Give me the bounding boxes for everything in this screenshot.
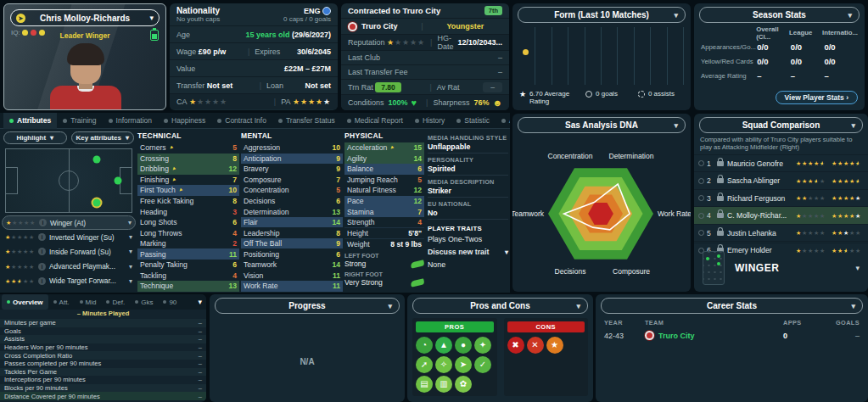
- profile-tab[interactable]: Medical Report: [341, 113, 409, 129]
- pro-icon: ●: [455, 337, 472, 354]
- right-foot-label: RIGHT FOOT: [344, 271, 424, 278]
- profile-tab[interactable]: Training: [57, 113, 102, 129]
- stat-row: Tackles Per Game –: [0, 368, 206, 377]
- profile-tab[interactable]: Analysis: [496, 113, 510, 129]
- club-name[interactable]: Truro City: [361, 22, 398, 31]
- tab-dot-icon: [164, 119, 168, 123]
- season-stats-row: Average Rating – – –: [701, 69, 858, 83]
- view-player-stats-button[interactable]: View Player Stats ›: [776, 91, 858, 104]
- overview-tab[interactable]: 90: [158, 294, 182, 310]
- profile-tab[interactable]: Transfer Status: [272, 113, 341, 129]
- hg-date-label: HG-Date: [437, 34, 457, 51]
- overview-tab[interactable]: Overview: [2, 294, 48, 310]
- role-suitability-row[interactable]: ★★★★★ i Inverted Winger (Su) ▾: [2, 230, 136, 244]
- progress-dropdown[interactable]: Progress ▾: [215, 298, 400, 314]
- profile-tab[interactable]: Happiness: [158, 113, 211, 129]
- dna-dropdown[interactable]: Sas Analysis DNA ▾: [518, 117, 686, 133]
- career-row[interactable]: 42-43 Truro City 0 –: [596, 328, 868, 343]
- attribute-row: Long Shots ▼ 6: [137, 217, 239, 228]
- position-dot: [114, 177, 121, 185]
- attribute-row: Heading ▼ 3: [137, 206, 239, 217]
- profile-tab[interactable]: Information: [103, 113, 159, 129]
- highlight-dropdown[interactable]: Highlight▾: [3, 131, 67, 144]
- age-row: Age 15 years old (29/6/2027): [170, 25, 338, 42]
- lock-icon: [717, 231, 724, 236]
- dna-radar-chart: Work RateDeterminationConcentrationTeamw…: [512, 136, 691, 290]
- role-suitability-row[interactable]: ★★★★★ i Winger (At) ▾: [2, 215, 136, 230]
- chevron-down-icon[interactable]: ▾: [198, 298, 202, 306]
- tab-dot-icon: [347, 119, 351, 123]
- reputation-row: Reputation ★★★★★ | HG-Date 12/10/2043...: [341, 34, 509, 50]
- role-suitability-row[interactable]: ★★★★★ i Advanced Playmak... ▾: [2, 260, 136, 274]
- goals-count: 0 goals: [596, 90, 618, 98]
- overview-tab[interactable]: Att.: [48, 294, 75, 310]
- squad-comparison-dropdown[interactable]: Squad Comparison ▾: [699, 117, 863, 133]
- squad-player-row[interactable]: 1 Mauricio Genofre ★★★★★★ ★★★★★★: [694, 154, 868, 172]
- last-fee-label: Last Transfer Fee: [348, 68, 408, 76]
- pros-column: PROS ◔ ▲ ● ✦ ➚ ✧ ➤: [412, 318, 497, 396]
- role-stars: ★★★★★★: [5, 278, 35, 284]
- chevron-down-icon: ▾: [505, 248, 508, 256]
- select-circle[interactable]: [698, 178, 704, 184]
- role-stars: ★★★★★: [6, 220, 36, 226]
- key-attributes-dropdown[interactable]: Key attributes▾: [71, 131, 135, 144]
- attribute-row: Marking ▼ 2: [137, 238, 239, 249]
- attribute-row: Pace ▼ 12: [344, 196, 424, 207]
- attribute-row: Decisions ▼ 6: [241, 196, 343, 207]
- player-traits-header: PLAYER TRAITS: [428, 225, 508, 232]
- attribute-row: Strength ▼ 4: [344, 217, 424, 228]
- profile-tab[interactable]: Attributes: [3, 113, 57, 129]
- media-section: MEDIA HANDLING STYLE Unflappable: [428, 134, 508, 154]
- squad-player-row[interactable]: 4 C. Molloy-Richar... ★★★★★ ★★★★★: [694, 206, 868, 224]
- change-arrow-icon: ▼: [171, 165, 177, 172]
- squad-player-row[interactable]: 5 Justin Lehanka ★★★★★ ★★★★★: [694, 224, 868, 242]
- av-rat-label: Av Rat: [437, 83, 460, 92]
- select-circle[interactable]: [698, 160, 704, 166]
- pros-cons-dropdown[interactable]: Pros and Cons ▾: [412, 298, 588, 314]
- profile-tab[interactable]: Statistic: [451, 113, 496, 129]
- player-name-dropdown[interactable]: ➤ Chris Molloy-Richards ▾: [10, 9, 160, 26]
- chevron-down-icon: ▾: [129, 277, 132, 285]
- select-circle[interactable]: [698, 213, 704, 219]
- stat-row: Headers Won per 90 minutes –: [0, 343, 206, 352]
- career-stats-dropdown[interactable]: Career Stats ▾: [601, 298, 863, 314]
- select-circle[interactable]: [698, 195, 704, 201]
- attribute-row: Natural Fitness ▼ 12: [344, 185, 424, 196]
- profile-tab[interactable]: History: [409, 113, 451, 129]
- attribute-row: Composure ▼ 7: [241, 175, 343, 186]
- current-ability-stars: ★★★★★: [796, 230, 832, 236]
- attribute-row: Technique ▼ 13: [137, 281, 239, 292]
- role-selector[interactable]: WINGER ▾: [694, 243, 868, 292]
- potential-ability-stars: ★★★★★: [832, 213, 864, 219]
- pa-stars: ★★★★★: [293, 98, 331, 106]
- lock-icon: [717, 178, 724, 183]
- select-circle[interactable]: [698, 230, 704, 236]
- squad-player-row[interactable]: 3 Richard Ferguson ★★★★★ ★★★★★: [694, 189, 868, 207]
- value-row: Value £22M – £27M: [170, 59, 338, 76]
- tab-dot-icon: [106, 300, 109, 304]
- season-stats-dropdown[interactable]: Season Stats ▾: [699, 7, 860, 23]
- form-dropdown[interactable]: Form (Last 10 Matches) ▾: [518, 7, 686, 23]
- svg-text:Decisions: Decisions: [555, 267, 586, 276]
- heart-icon: ♥: [412, 98, 417, 108]
- attribute-row: Stamina ▼ 7: [344, 206, 424, 217]
- discuss-new-trait-dropdown[interactable]: Discuss new trait ▾: [428, 246, 508, 258]
- role-stars: ★★★★★: [5, 234, 35, 240]
- contract-title: Contracted to Truro City: [348, 6, 440, 15]
- chevron-down-icon: ▾: [128, 219, 132, 226]
- trn-rat-label: Trn Rat: [348, 83, 373, 92]
- dna-title: Sas Analysis DNA: [565, 120, 638, 130]
- overview-tab[interactable]: Mid: [75, 294, 102, 310]
- squad-player-row[interactable]: 2 Sascha Ablinger ★★★★★★ ★★★★★★: [694, 171, 868, 189]
- attribute-row: Agility ▼ 14: [344, 154, 424, 165]
- role-suitability-row[interactable]: ★★★★★★ i Wide Target Forwar... ▾: [2, 274, 136, 288]
- stat-row: Blocks per 90 minutes –: [0, 384, 206, 393]
- role-stars: ★★★★★: [5, 248, 35, 254]
- profile-tab[interactable]: Contract Info: [211, 113, 272, 129]
- stat-row: Distance Covered per 90 minutes –: [0, 392, 206, 400]
- overview-tab[interactable]: Gks: [130, 294, 158, 310]
- stat-row: Passes completed per 90 minutes –: [0, 360, 206, 368]
- role-suitability-row[interactable]: ★★★★★ i Inside Forward (Su) ▾: [2, 244, 136, 259]
- form-panel: Form (Last 10 Matches) ▾ ★ 6.70 AverageR…: [512, 3, 691, 110]
- overview-tab[interactable]: Def.: [101, 294, 130, 310]
